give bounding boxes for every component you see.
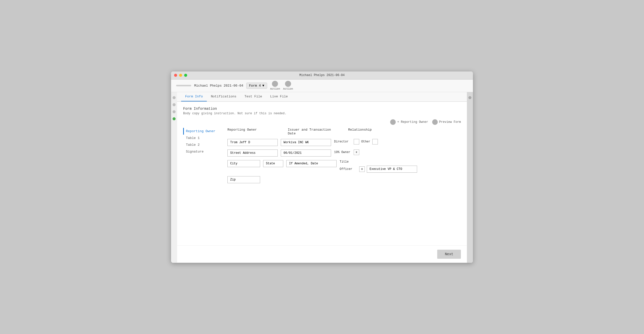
field-row-2: 10% Owner X xyxy=(227,150,461,157)
nav-reporting-owner[interactable]: Reporting Owner xyxy=(183,128,220,135)
director-label: Director xyxy=(334,140,352,143)
state-input[interactable] xyxy=(263,160,283,167)
preview-circle xyxy=(432,119,438,125)
nav-table-1[interactable]: Table 1 xyxy=(183,135,220,141)
other-checkbox[interactable] xyxy=(372,139,378,144)
maximize-button[interactable] xyxy=(184,74,187,77)
ten-percent-label: 10% Owner xyxy=(334,151,352,154)
form-info-subtitle: Body copy giving instruction. Not sure i… xyxy=(183,112,461,115)
section-headers: Reporting Owner Issuer and Transaction D… xyxy=(227,128,461,135)
issuer-input[interactable] xyxy=(281,139,331,146)
content-area: Form Info Notifications Test File Live F… xyxy=(177,92,467,263)
nav-table-2[interactable]: Table 2 xyxy=(183,141,220,148)
nav-signature[interactable]: Signature xyxy=(183,148,220,155)
toolbar-separator xyxy=(176,85,191,86)
officer-checkbox[interactable]: X xyxy=(359,166,365,172)
dot-4-active xyxy=(173,117,176,120)
zip-input[interactable] xyxy=(227,176,260,183)
title-label: Title xyxy=(340,160,417,164)
tab-form-info[interactable]: Form Info xyxy=(181,92,207,101)
relationship-header: Relationship xyxy=(348,128,461,135)
relationship-director-section: Director Other xyxy=(334,139,378,144)
issuer-header: Issuer and Transaction Date xyxy=(288,128,338,135)
add-reporting-circle xyxy=(390,119,396,125)
form-dropdown[interactable]: Form 4 ▼ xyxy=(246,83,267,89)
main-window: Michael Phelps 2021-06-04 Michael Phelps… xyxy=(171,71,473,263)
action-circle-1 xyxy=(272,81,278,87)
close-button[interactable] xyxy=(174,74,177,77)
form-layout: Reporting Owner Table 1 Table 2 Signatur… xyxy=(183,128,461,187)
sidebar-dots xyxy=(171,92,177,263)
add-reporting-label: + Reporting Owner xyxy=(397,120,428,124)
tab-notifications[interactable]: Notifications xyxy=(207,92,240,101)
toolbar: Michael Phelps 2021-06-04 Form 4 ▼ Actio… xyxy=(171,80,473,92)
minimize-button[interactable] xyxy=(179,74,182,77)
reporting-owner-header: Reporting Owner xyxy=(227,128,278,135)
street-input[interactable] xyxy=(227,150,278,157)
form-actions-top: + Reporting Owner Preview Form xyxy=(183,119,461,125)
date-input[interactable] xyxy=(281,150,331,157)
field-row-4 xyxy=(227,176,461,183)
form-info-header: Form Information Body copy giving instru… xyxy=(183,107,461,115)
scroll-indicator xyxy=(468,96,471,99)
title-input[interactable] xyxy=(367,166,417,173)
other-label: Other xyxy=(361,140,370,143)
next-button[interactable]: Next xyxy=(437,250,461,259)
officer-label: Officer xyxy=(340,167,357,171)
officer-row: Officer X xyxy=(340,166,417,173)
field-row-3: Title Officer X xyxy=(227,160,461,173)
field-row-1: Director Other xyxy=(227,139,461,146)
tab-test-file[interactable]: Test File xyxy=(240,92,266,101)
preview-form-button[interactable]: Preview Form xyxy=(432,119,461,125)
tabs: Form Info Notifications Test File Live F… xyxy=(177,92,467,102)
director-checkbox[interactable] xyxy=(354,139,359,144)
window-title: Michael Phelps 2021-06-04 xyxy=(174,73,470,77)
amended-input[interactable] xyxy=(286,160,337,167)
dot-3 xyxy=(173,110,176,113)
action-button-2[interactable]: Action xyxy=(283,81,293,90)
director-row: Director Other xyxy=(334,139,378,144)
form-info-title: Form Information xyxy=(183,107,461,111)
right-panel xyxy=(467,92,473,263)
form-body: Form Information Body copy giving instru… xyxy=(177,102,467,245)
form-sidebar: Reporting Owner Table 1 Table 2 Signatur… xyxy=(183,128,223,187)
breadcrumb-label: Michael Phelps 2021-06-04 xyxy=(194,84,243,88)
chevron-down-icon: ▼ xyxy=(262,84,264,88)
preview-form-label: Preview Form xyxy=(439,120,461,124)
add-reporting-owner-button[interactable]: + Reporting Owner xyxy=(390,119,428,125)
ten-percent-checkbox[interactable]: X xyxy=(354,150,359,155)
title-bar: Michael Phelps 2021-06-04 xyxy=(171,71,473,80)
action-label-2: Action xyxy=(283,87,293,90)
form-dropdown-label: Form 4 xyxy=(249,84,261,88)
form-fields: Reporting Owner Issuer and Transaction D… xyxy=(223,128,461,187)
city-input[interactable] xyxy=(227,160,260,167)
officer-title-section: Title Officer X xyxy=(340,160,417,173)
dot-2 xyxy=(173,103,176,106)
action-button-1[interactable]: Action xyxy=(270,81,280,90)
traffic-lights xyxy=(174,74,187,77)
footer: Next xyxy=(177,245,467,263)
main-content: Form Info Notifications Test File Live F… xyxy=(171,92,473,263)
dot-1 xyxy=(173,96,176,99)
action-circle-2 xyxy=(285,81,291,87)
action-label-1: Action xyxy=(270,87,280,90)
name-input[interactable] xyxy=(227,139,278,146)
ten-percent-row: 10% Owner X xyxy=(334,150,359,155)
tab-live-file[interactable]: Live File xyxy=(266,92,292,101)
